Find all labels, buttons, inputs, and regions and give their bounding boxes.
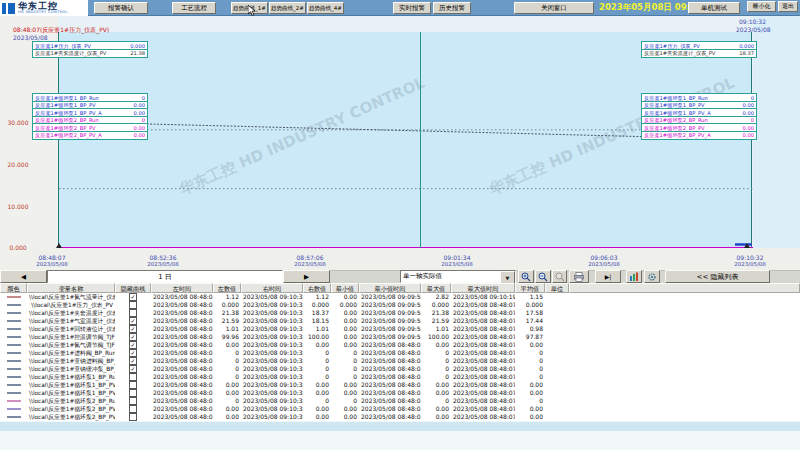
curve-color-swatch	[7, 352, 21, 354]
cell-filler	[569, 357, 800, 365]
curve-color-swatch	[7, 384, 21, 386]
trend-curve-2-button[interactable]: 趋势曲线_2#	[269, 2, 306, 14]
print-button[interactable]	[569, 270, 589, 283]
cell-hidden: ✓	[115, 341, 151, 349]
table-row[interactable]: \\local\反应釜1#亚钠进料阀_BP_Run✓2023/05/08 08:…	[0, 357, 800, 365]
curve-color-swatch	[7, 360, 21, 362]
close-window-button[interactable]: 关闭窗口	[514, 2, 594, 14]
column-header[interactable]: 最大值	[421, 283, 451, 293]
column-header[interactable]: 单位	[545, 283, 569, 293]
table-row[interactable]: \\local\反应釜1#回转液位计_仪表_PV✓2023/05/08 08:4…	[0, 325, 800, 333]
hide-curve-checkbox[interactable]	[129, 309, 137, 317]
column-header[interactable]: 最大值时间	[451, 283, 515, 293]
column-header[interactable]: 隐藏曲线	[115, 283, 151, 293]
legend-value-box: 反应釜1#夹套温度计_仪表_PV21.38	[32, 49, 148, 58]
table-row[interactable]: \\local\反应釜1#氮气调节阀_TJF_KD_PV✓2023/05/08 …	[0, 341, 800, 349]
cell-hidden: ✓	[115, 357, 151, 365]
standalone-test-button[interactable]: 单机测试	[688, 2, 740, 14]
cell-color	[0, 357, 27, 365]
cell-right_time: 2023/05/08 09:10:32	[241, 317, 303, 325]
chart-cursor-line[interactable]	[420, 32, 421, 248]
hide-list-button[interactable]: << 隐藏列表	[665, 270, 770, 283]
export-data-button[interactable]	[626, 270, 642, 283]
column-header[interactable]: 左时间	[151, 283, 213, 293]
trend-plot-area[interactable]: 华东工控 HD INDUSTRY CONTROL 华东工控 HD INDUSTR…	[58, 32, 752, 248]
scroll-right-button[interactable]: ▶	[283, 270, 330, 283]
trend-curve-4-button[interactable]: 趋势曲线_4#	[307, 2, 344, 14]
play-to-end-button[interactable]: ▶|	[595, 270, 621, 283]
hide-curve-checkbox[interactable]	[129, 389, 137, 397]
cell-min: 0	[331, 357, 359, 365]
table-row[interactable]: \\local\反应釜1#夹套温度计_仪表_PV2023/05/08 08:48…	[0, 309, 800, 317]
zoom-out-button[interactable]	[535, 270, 551, 283]
table-row[interactable]: \\local\反应釜1#控温调节阀_TJF_KD_PV✓2023/05/08 …	[0, 333, 800, 341]
hide-curve-checkbox[interactable]	[129, 381, 137, 389]
hide-curve-checkbox[interactable]: ✓	[129, 341, 137, 349]
axis-mode-value: 单一轴实际值	[403, 272, 442, 281]
column-header[interactable]: 最小值	[331, 283, 359, 293]
column-header[interactable]: 颜色	[0, 283, 27, 293]
cell-max: 0.000	[421, 301, 451, 309]
column-header[interactable]: 平均值	[515, 283, 545, 293]
hide-curve-checkbox[interactable]: ✓	[129, 349, 137, 357]
axis-mode-select[interactable]: 单一轴实际值 ▼	[400, 270, 516, 283]
table-row[interactable]: \\local\反应釜1#循环泵1_BP_PV_A2023/05/08 08:4…	[0, 389, 800, 397]
hide-curve-checkbox[interactable]: ✓	[129, 365, 137, 373]
table-row[interactable]: \\local\反应釜1#循环泵1_BP_PV2023/05/08 08:48:…	[0, 381, 800, 389]
column-header[interactable]: 右时间	[241, 283, 303, 293]
zoom-reset-button-disabled[interactable]	[552, 270, 567, 283]
cell-right_time: 2023/05/08 09:10:32	[241, 309, 303, 317]
scroll-left-button[interactable]: ◀	[0, 270, 47, 283]
exit-button[interactable]: 退出	[778, 1, 798, 12]
hide-curve-checkbox[interactable]	[129, 405, 137, 413]
cell-color	[0, 373, 27, 381]
table-row[interactable]: \\local\反应釜1#进料阀_BP_Run✓2023/05/08 08:48…	[0, 349, 800, 357]
column-header[interactable]: 左数值	[213, 283, 241, 293]
cell-left_time: 2023/05/08 08:48:07	[151, 349, 213, 357]
cell-unit	[545, 301, 569, 309]
hide-curve-checkbox[interactable]	[129, 301, 137, 309]
hide-curve-checkbox[interactable]: ✓	[129, 317, 137, 325]
cell-left_time: 2023/05/08 08:48:07	[151, 405, 213, 413]
hide-curve-checkbox[interactable]: ✓	[129, 293, 137, 301]
hide-curve-checkbox[interactable]: ✓	[129, 325, 137, 333]
minimize-button[interactable]: 最小化	[747, 1, 776, 12]
cell-right_value: 1.12	[303, 293, 331, 301]
cell-hidden: ✓	[115, 349, 151, 357]
cell-hidden	[115, 301, 151, 309]
cell-unit	[545, 413, 569, 421]
cell-right_value: 0.00	[303, 413, 331, 421]
table-row[interactable]: \\local\反应釜1#循环泵1_BP_Run2023/05/08 08:48…	[0, 373, 800, 381]
table-body: \\local\反应釜1#氮气流量计_仪表_PV✓2023/05/08 08:4…	[0, 293, 800, 421]
table-row[interactable]: \\local\反应釜1#循环泵2_BP_PV2023/05/08 08:48:…	[0, 405, 800, 413]
process-flow-button[interactable]: 工艺流程	[172, 2, 216, 14]
table-row[interactable]: \\local\反应釜1#压力_仪表_PV2023/05/08 08:48:07…	[0, 301, 800, 309]
hide-curve-checkbox[interactable]: ✓	[129, 333, 137, 341]
hide-curve-checkbox[interactable]: ✓	[129, 357, 137, 365]
table-row[interactable]: \\local\反应釜1#循环泵2_BP_Run2023/05/08 08:48…	[0, 397, 800, 405]
realtime-alarm-button[interactable]: 实时报警	[393, 2, 431, 14]
settings-button[interactable]	[644, 270, 660, 283]
column-header[interactable]: 变量名称	[27, 283, 115, 293]
column-header[interactable]: 右数值	[303, 283, 331, 293]
bottom-scroll-band[interactable]	[0, 422, 800, 431]
hide-curve-checkbox[interactable]	[129, 373, 137, 381]
hide-curve-checkbox[interactable]	[129, 413, 137, 421]
table-row[interactable]: \\local\反应釜1#循环泵2_BP_PV_A2023/05/08 08:4…	[0, 413, 800, 421]
table-row[interactable]: \\local\反应釜1#气室温度计_仪表_PV✓2023/05/08 08:4…	[0, 317, 800, 325]
cell-left_value: 0.00	[213, 405, 241, 413]
cell-min: 0.000	[331, 301, 359, 309]
gear-icon	[647, 272, 657, 282]
alarm-ack-button[interactable]: 报警确认	[94, 2, 148, 14]
cell-left_time: 2023/05/08 08:48:07	[151, 357, 213, 365]
column-header[interactable]: 最小值时间	[359, 283, 421, 293]
hide-curve-checkbox[interactable]	[129, 397, 137, 405]
cell-min: 0	[331, 349, 359, 357]
history-alarm-button[interactable]: 历史报警	[433, 2, 471, 14]
axis-end-marker	[744, 243, 750, 248]
cell-right_time: 2023/05/08 09:10:32	[241, 413, 303, 421]
table-row[interactable]: \\local\反应釜1#氮气流量计_仪表_PV✓2023/05/08 08:4…	[0, 293, 800, 301]
table-row[interactable]: \\local\反应釜1#亚钠缓冲泵_BP_Run✓2023/05/08 08:…	[0, 365, 800, 373]
zoom-in-button[interactable]	[518, 270, 534, 283]
time-span-scrollbar[interactable]: 1 日	[47, 270, 283, 283]
